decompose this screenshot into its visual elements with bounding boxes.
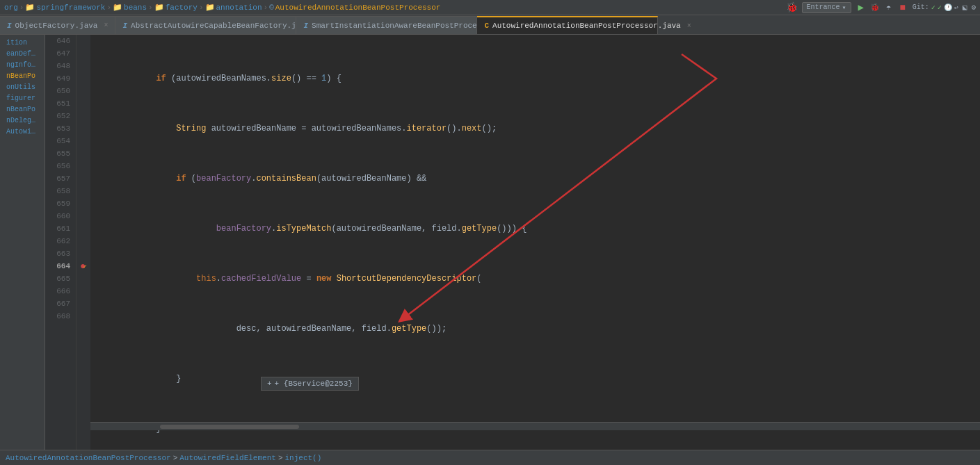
settings-icon[interactable]: ⚙	[971, 3, 976, 12]
sidebar-item-7[interactable]: nDelegat	[4, 115, 40, 126]
class-icon-autowired: ©	[269, 3, 274, 12]
breadcrumb-annotation[interactable]: annotation	[216, 3, 262, 12]
tab-objectfactory[interactable]: I ObjectFactory.java ×	[0, 16, 115, 34]
tooltip-expand-icon[interactable]: +	[267, 380, 272, 388]
breadcrumb-factory[interactable]: factory	[166, 3, 198, 12]
git-area: Git: ✓ ✓ 🕐 ↩	[913, 3, 958, 12]
sidebar-item-6[interactable]: nBeanPo	[4, 104, 40, 115]
folder-icon-springframework: 📁	[25, 3, 35, 12]
status-sep2: >	[278, 454, 283, 462]
run-button[interactable]: ▶	[856, 2, 867, 13]
breadcrumb-right-controls: 🐞 Entrance ▾ ▶ 🐞 ☂ ■ Git: ✓ ✓ 🕐 ↩ ⬕ ⚙	[786, 1, 976, 13]
entrance-dropdown[interactable]: Entrance ▾	[802, 2, 851, 13]
breadcrumb-springframework[interactable]: springframework	[36, 3, 105, 12]
horizontal-scrollbar[interactable]	[90, 422, 980, 430]
external-link-icon[interactable]: ⬕	[963, 3, 967, 12]
scrollbar-thumb	[160, 425, 299, 429]
editor-area: 646 647 648 649 650 651 652 653 654 655 …	[45, 35, 980, 450]
git-check1[interactable]: ✓	[931, 3, 935, 12]
run-controls: ▶ 🐞 ☂ ■	[856, 2, 908, 13]
sidebar: ition eanDefini ngInfoRe nBeanPo onUtils…	[0, 35, 45, 450]
folder-icon-factory: 📁	[154, 3, 164, 12]
folder-icon-beans: 📁	[113, 3, 122, 12]
debug-run-button[interactable]: 🐞	[869, 2, 881, 13]
tab-abstractautowire[interactable]: I AbstractAutowireCapableBeanFactory.jav…	[115, 16, 296, 34]
coverage-button[interactable]: ☂	[883, 2, 894, 13]
gutter: ● ✓	[77, 35, 90, 450]
sidebar-item-0[interactable]: ition	[4, 38, 40, 48]
status-sep1: >	[173, 454, 178, 462]
sidebar-item-3[interactable]: nBeanPo	[4, 71, 40, 81]
sidebar-item-8[interactable]: Autowire	[4, 127, 40, 137]
status-breadcrumb: AutowiredAnnotationBeanPostProcessor > A…	[6, 454, 321, 462]
tab-icon-interface: I	[7, 22, 12, 30]
debug-icon: 🐞	[786, 1, 798, 13]
git-check2[interactable]: ✓	[938, 3, 942, 12]
sidebar-item-5[interactable]: figurer	[4, 93, 40, 104]
breadcrumb-beans[interactable]: beans	[124, 3, 147, 12]
code-lines: if (autowiredBeanNames.size() == 1) { St…	[90, 35, 980, 450]
status-class1[interactable]: AutowiredAnnotationBeanPostProcessor	[6, 454, 171, 462]
breadcrumb-bar: org › 📁 springframework › 📁 beans › 📁 fa…	[0, 0, 980, 15]
main-layout: ition eanDefini ngInfoRe nBeanPo onUtils…	[0, 35, 980, 450]
git-undo[interactable]: ↩	[954, 3, 958, 12]
code-line-649: beanFactory.isTypeMatch(autowiredBeanNam…	[96, 222, 974, 235]
code-container[interactable]: 646 647 648 649 650 651 652 653 654 655 …	[45, 35, 980, 450]
sidebar-item-2[interactable]: ngInfoRe	[4, 60, 40, 70]
tab-icon-interface3: I	[303, 22, 308, 30]
code-line-647: String autowiredBeanName = autowiredBean…	[96, 122, 974, 135]
tabs-bar: I ObjectFactory.java × I AbstractAutowir…	[0, 15, 980, 35]
tooltip-text: + {BService@2253}	[275, 380, 353, 388]
status-bar: AutowiredAnnotationBeanPostProcessor > A…	[0, 450, 980, 465]
sidebar-item-1[interactable]: eanDefini	[4, 49, 40, 59]
tab-icon-interface2: I	[122, 22, 127, 30]
breadcrumb-org[interactable]: org	[4, 3, 18, 12]
tab-close-objectfactory[interactable]: ×	[104, 22, 108, 29]
code-line-651: desc, autowiredBeanName, field.getType()…	[96, 323, 974, 335]
git-history[interactable]: 🕐	[944, 3, 952, 12]
tab-icon-class: C	[484, 22, 489, 30]
bookmark-icon: ✓	[83, 263, 86, 270]
tab-label-abstractautowire: AbstractAutowireCapableBeanFactory.java	[131, 22, 310, 30]
tab-autowiredannotation[interactable]: C AutowiredAnnotationBeanPostProcessor.j…	[477, 16, 658, 34]
line-numbers: 646 647 648 649 650 651 652 653 654 655 …	[45, 35, 77, 450]
tab-close-autowiredannotation[interactable]: ×	[687, 22, 691, 30]
code-line-652: }	[96, 373, 974, 385]
status-method[interactable]: inject()	[284, 454, 321, 462]
breadcrumb-class: AutowiredAnnotationBeanPostProcessor	[275, 3, 441, 12]
dropdown-arrow: ▾	[842, 3, 846, 12]
breakpoint-664[interactable]: ● ✓	[77, 260, 90, 272]
code-line-646: if (autowiredBeanNames.size() == 1) {	[96, 72, 974, 85]
code-line-650: this.cachedFieldValue = new ShortcutDepe…	[96, 272, 974, 285]
sidebar-item-4[interactable]: onUtils	[4, 82, 40, 92]
code-line-648: if (beanFactory.containsBean(autowiredBe…	[96, 172, 974, 185]
folder-icon-annotation: 📁	[205, 3, 215, 12]
tab-label-objectfactory: ObjectFactory.java	[15, 22, 98, 30]
status-class2[interactable]: AutowiredFieldElement	[179, 454, 276, 462]
stop-button[interactable]: ■	[897, 2, 908, 13]
tooltip-popup[interactable]: + + {BService@2253}	[261, 377, 359, 391]
tab-smartinstantiation[interactable]: I SmartInstantiationAwareBeanPostProcess…	[296, 16, 477, 34]
tab-label-autowiredannotation: AutowiredAnnotationBeanPostProcessor.jav…	[492, 22, 681, 30]
